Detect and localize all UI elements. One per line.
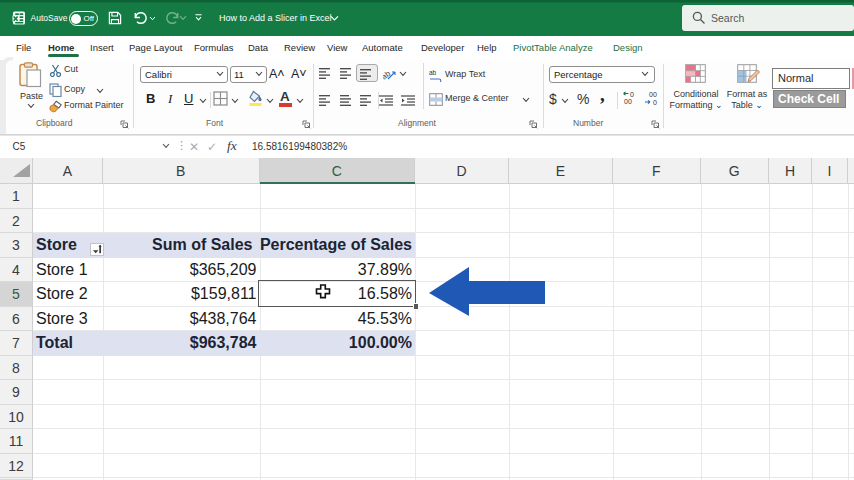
svg-text:0: 0 xyxy=(630,91,634,98)
svg-text:ab: ab xyxy=(429,69,437,76)
svg-text:0: 0 xyxy=(653,99,657,106)
svg-text:00: 00 xyxy=(624,98,632,105)
svg-text:00: 00 xyxy=(649,91,657,98)
svg-text:ab: ab xyxy=(383,69,393,81)
